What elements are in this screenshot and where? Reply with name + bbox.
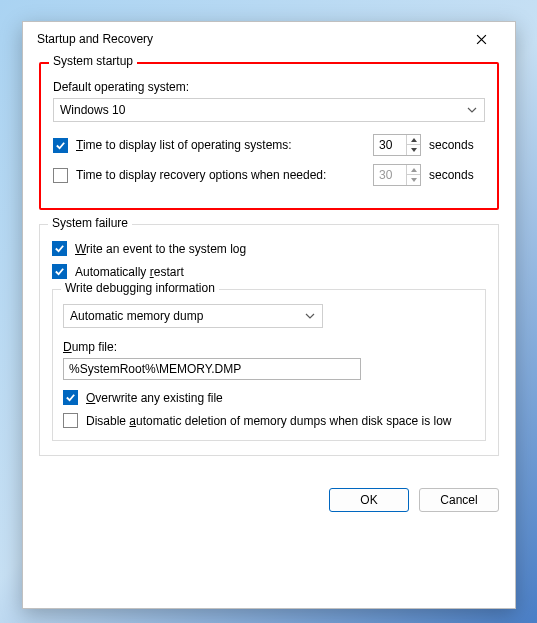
overwrite-checkbox[interactable]	[63, 390, 78, 405]
disable-deletion-row: Disable automatic deletion of memory dum…	[63, 413, 475, 428]
ok-button[interactable]: OK	[329, 488, 409, 512]
default-os-label: Default operating system:	[53, 80, 485, 94]
system-failure-group: System failure Write an event to the sys…	[39, 224, 499, 456]
time-recovery-label: Time to display recovery options when ne…	[76, 168, 365, 182]
system-failure-title: System failure	[48, 216, 132, 230]
spinner-up[interactable]	[407, 165, 420, 175]
spinner-arrows	[406, 135, 420, 155]
time-recovery-value: 30	[374, 168, 406, 182]
chevron-down-icon	[411, 178, 417, 182]
spinner-down[interactable]	[407, 175, 420, 185]
close-icon	[476, 34, 487, 45]
write-debug-group: Write debugging information Automatic me…	[52, 289, 486, 441]
write-event-label: Write an event to the system log	[75, 242, 486, 256]
check-icon	[65, 392, 76, 403]
write-debug-title: Write debugging information	[61, 281, 219, 295]
system-startup-title: System startup	[49, 54, 137, 68]
debug-type-select[interactable]: Automatic memory dump	[63, 304, 323, 328]
overwrite-row: Overwrite any existing file	[63, 390, 475, 405]
chevron-down-icon	[411, 148, 417, 152]
chevron-up-icon	[411, 168, 417, 172]
dump-file-value: %SystemRoot%\MEMORY.DMP	[69, 362, 241, 376]
time-recovery-checkbox[interactable]	[53, 168, 68, 183]
default-os-value: Windows 10	[60, 103, 466, 117]
window-title: Startup and Recovery	[37, 32, 153, 46]
chevron-down-icon	[304, 310, 316, 322]
dump-file-label: Dump file:	[63, 340, 475, 354]
time-list-spinner[interactable]: 30	[373, 134, 421, 156]
check-icon	[54, 243, 65, 254]
spinner-arrows	[406, 165, 420, 185]
startup-recovery-dialog: Startup and Recovery System startup Defa…	[22, 21, 516, 609]
titlebar: Startup and Recovery	[23, 22, 515, 56]
auto-restart-row: Automatically restart	[52, 264, 486, 279]
auto-restart-checkbox[interactable]	[52, 264, 67, 279]
check-icon	[54, 266, 65, 277]
spinner-up[interactable]	[407, 135, 420, 145]
overwrite-label: Overwrite any existing file	[86, 391, 475, 405]
time-list-checkbox[interactable]	[53, 138, 68, 153]
time-list-row: Time to display list of operating system…	[53, 134, 485, 156]
disable-deletion-checkbox[interactable]	[63, 413, 78, 428]
check-icon	[55, 140, 66, 151]
seconds-unit: seconds	[429, 138, 485, 152]
chevron-up-icon	[411, 138, 417, 142]
time-recovery-row: Time to display recovery options when ne…	[53, 164, 485, 186]
dump-file-input[interactable]: %SystemRoot%\MEMORY.DMP	[63, 358, 361, 380]
default-os-select[interactable]: Windows 10	[53, 98, 485, 122]
seconds-unit: seconds	[429, 168, 485, 182]
write-event-checkbox[interactable]	[52, 241, 67, 256]
auto-restart-label: Automatically restart	[75, 265, 486, 279]
system-startup-group: System startup Default operating system:…	[39, 62, 499, 210]
spinner-down[interactable]	[407, 145, 420, 155]
close-button[interactable]	[461, 25, 501, 53]
chevron-down-icon	[466, 104, 478, 116]
time-list-label: Time to display list of operating system…	[76, 138, 365, 152]
debug-type-value: Automatic memory dump	[70, 309, 304, 323]
cancel-button[interactable]: Cancel	[419, 488, 499, 512]
write-event-row: Write an event to the system log	[52, 241, 486, 256]
button-row: OK Cancel	[23, 482, 515, 512]
time-recovery-spinner[interactable]: 30	[373, 164, 421, 186]
time-list-value: 30	[374, 138, 406, 152]
dialog-content: System startup Default operating system:…	[23, 56, 515, 482]
disable-deletion-label: Disable automatic deletion of memory dum…	[86, 414, 475, 428]
